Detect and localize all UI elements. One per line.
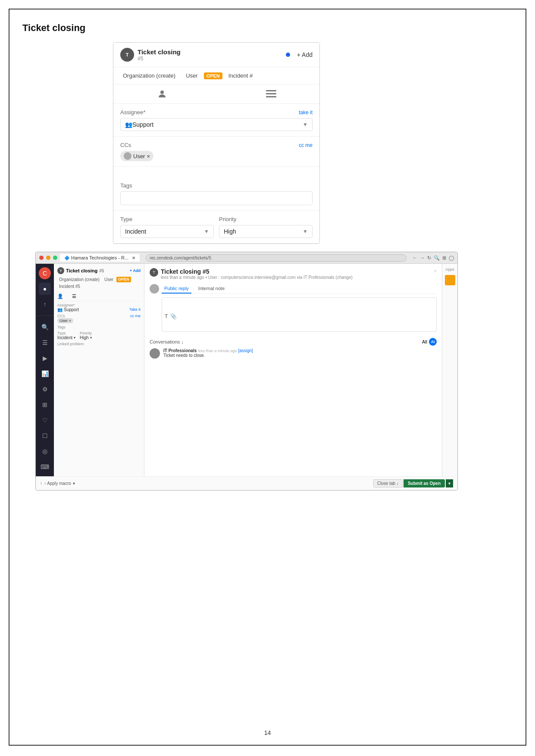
two-col-row: Type Incident ▼ Priority High ▼ — [120, 216, 313, 238]
assignee-section: Assignee* take it 👥 Support ▼ — [113, 104, 319, 137]
sidebar-item-heart[interactable]: ♡ — [39, 414, 51, 426]
assignee-dropdown[interactable]: 👥 Support ▼ — [120, 118, 313, 131]
macro-dropdown-arrow[interactable]: ▾ — [73, 481, 75, 486]
browser-body: C ● ↑ 🔍 ☰ ▶ 📊 ⚙ ⊞ ♡ ☐ ◎ ⌨ T — [36, 264, 457, 476]
mini-tab-incident[interactable]: Incident #5 — [57, 284, 82, 289]
priority-dropdown[interactable]: High ▼ — [219, 225, 313, 238]
reply-content: Public reply Internal note T 📎 — [162, 284, 437, 335]
ticket-title-group: T Ticket closing #5 — [120, 48, 181, 62]
message-author: IT Professionals — [163, 348, 197, 353]
sidebar-item-keyboard[interactable]: ⌨ — [39, 461, 51, 473]
take-it-link[interactable]: take it — [299, 109, 313, 116]
add-button[interactable]: + Add — [297, 51, 313, 58]
sidebar-item-search[interactable]: 🔍 — [39, 321, 51, 333]
sidebar-item-grid[interactable]: ⊞ — [39, 399, 51, 411]
message-link[interactable]: [assign] — [238, 348, 253, 353]
tags-input[interactable] — [120, 191, 313, 205]
browser-address-bar[interactable]: rec.zendesk.com/agent/tickets/5 — [146, 254, 407, 262]
grid-browser-icon[interactable]: ⊞ — [442, 255, 446, 261]
cc-user-avatar — [124, 152, 131, 160]
mini-cc-me[interactable]: cc me — [130, 314, 141, 318]
profile-browser-icon[interactable]: ◯ — [449, 255, 454, 261]
message-time: less than a minute ago — [198, 349, 237, 353]
sidebar-item-circle[interactable]: ◎ — [39, 445, 51, 457]
reply-text-area[interactable]: T 📎 — [162, 297, 437, 332]
ticket-name-block: Ticket closing #5 — [138, 48, 181, 62]
browser-screenshot: 🔷 Hamara Technologies - R... ✕ rec.zende… — [35, 252, 458, 490]
reply-section: Public reply Internal note T 📎 — [150, 284, 437, 335]
mini-tab-org[interactable]: Organization (create) — [57, 277, 101, 282]
mini-user-tag[interactable]: User × — [57, 318, 73, 323]
cc-user-tag[interactable]: User × — [120, 151, 153, 161]
message-text: Ticket needs to close. — [163, 353, 253, 358]
macro-label[interactable]: ↑ Apply macro — [44, 481, 71, 486]
mini-take-it[interactable]: Take it — [129, 307, 141, 312]
tab-incident[interactable]: Incident # — [224, 71, 257, 81]
priority-value: High — [224, 228, 236, 235]
reply-tabs: Public reply Internal note — [162, 284, 437, 294]
spacer — [113, 167, 319, 177]
conversations-label[interactable]: Conversations ↓ — [150, 339, 184, 344]
svg-rect-4 — [266, 93, 276, 94]
tab-close-icon[interactable]: ✕ — [132, 256, 135, 260]
close-tab-button[interactable]: Close tab ↓ — [373, 479, 403, 487]
minimize-icon[interactable]: − — [434, 268, 437, 273]
mini-linked-field: Linked problem — [57, 342, 141, 346]
sidebar-item-settings[interactable]: ⚙ — [39, 383, 51, 395]
mini-tab-user[interactable]: User — [103, 277, 115, 282]
mini-ccs-label: CCs — [57, 314, 65, 318]
back-icon[interactable]: ← — [413, 255, 417, 260]
search-browser-icon[interactable]: 🔍 — [434, 255, 440, 261]
sidebar-logo: C — [39, 267, 51, 279]
cc-me-link[interactable]: cc me — [299, 142, 313, 148]
close-window-dot[interactable] — [39, 256, 44, 260]
mini-ccs-field: CCs cc me User × — [57, 314, 141, 323]
tab-internal-note[interactable]: Internal note — [196, 284, 227, 294]
tab-organization[interactable]: Organization (create) — [119, 71, 180, 81]
tags-label: Tags — [120, 182, 313, 189]
mini-list-icon: ☰ — [72, 294, 76, 299]
refresh-icon[interactable]: ↻ — [427, 255, 431, 261]
minimize-window-dot[interactable] — [46, 256, 50, 260]
svg-rect-5 — [266, 96, 276, 97]
svg-text:T: T — [126, 52, 129, 57]
submit-dropdown-button[interactable]: ▾ — [446, 479, 453, 487]
tab-public-reply[interactable]: Public reply — [162, 284, 191, 294]
type-dropdown[interactable]: Incident ▼ — [120, 225, 214, 238]
mini-tags-field: Tags — [57, 325, 141, 329]
ticket-tabs: Organization (create) User OPEN Incident… — [113, 67, 319, 84]
browser-tab-title: Hamara Technologies - R... — [71, 255, 128, 260]
main-ticket-content: T Ticket closing #5 less than a minute a… — [144, 264, 442, 476]
submit-open-button[interactable]: Submit as Open — [404, 479, 445, 487]
apps-icon[interactable] — [445, 275, 455, 285]
sidebar-item-home[interactable]: ● — [39, 283, 51, 295]
main-ticket-avatar: T — [150, 268, 158, 277]
conversations-bar: Conversations ↓ All AI — [150, 338, 437, 346]
mini-type-value-row: Incident ▾ — [57, 335, 75, 340]
sidebar-item-views[interactable]: ☰ — [39, 337, 51, 349]
ticket-main-title-row: T Ticket closing #5 less than a minute a… — [150, 268, 437, 280]
attachment-icon[interactable]: 📎 — [170, 313, 177, 319]
ai-badge[interactable]: AI — [429, 338, 437, 346]
sidebar-item-box[interactable]: ☐ — [39, 430, 51, 442]
browser-tab[interactable]: 🔷 Hamara Technologies - R... ✕ — [60, 254, 140, 262]
mini-group-icon: 👥 — [57, 307, 63, 312]
apps-label: Apps — [445, 267, 454, 272]
cc-remove-icon[interactable]: × — [147, 153, 150, 159]
mini-assignee-value: 👥 Support — [57, 307, 79, 312]
main-ticket-title: Ticket closing #5 — [161, 268, 353, 275]
ticket-number: #5 — [138, 56, 181, 62]
open-badge: OPEN — [204, 72, 222, 79]
mini-ticket-header: T Ticket closing #5 + Add — [57, 267, 141, 274]
bold-icon[interactable]: T — [165, 313, 168, 319]
forward-icon[interactable]: → — [420, 255, 425, 260]
maximize-window-dot[interactable] — [53, 256, 57, 260]
assignee-label-row: Assignee* take it — [120, 109, 313, 116]
type-label: Type — [120, 216, 214, 222]
mini-add-btn[interactable]: + Add — [130, 269, 141, 273]
sidebar-item-play[interactable]: ▶ — [39, 352, 51, 364]
sidebar-item-reports[interactable]: 📊 — [39, 368, 51, 380]
submit-area: Close tab ↓ Submit as Open ▾ — [373, 479, 453, 487]
tab-user[interactable]: User — [181, 71, 202, 81]
sidebar-item-nav[interactable]: ↑ — [39, 298, 51, 310]
